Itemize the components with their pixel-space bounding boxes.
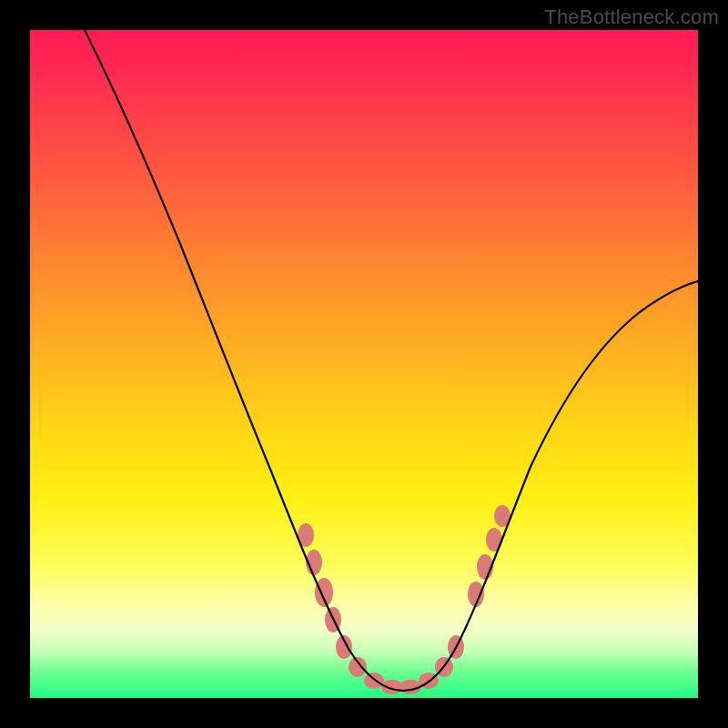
svg-point-14 <box>486 528 502 551</box>
svg-point-6 <box>364 672 384 689</box>
svg-point-5 <box>349 657 367 677</box>
chart-frame: TheBottleneck.com <box>0 0 728 728</box>
curve-path <box>85 30 698 691</box>
bottleneck-curve <box>30 30 698 698</box>
watermark-text: TheBottleneck.com <box>544 5 719 29</box>
plot-area <box>30 30 698 698</box>
svg-point-2 <box>315 578 333 607</box>
